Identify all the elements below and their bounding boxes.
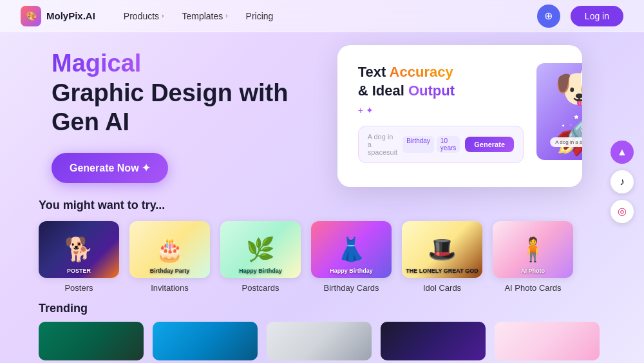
tiktok-button[interactable]: ♪ [611, 170, 634, 193]
birthday-card-image: 👗 Happy Birthday [311, 221, 392, 278]
chevron-icon: › [225, 12, 227, 19]
logo-text: MolyPix.AI [46, 10, 95, 21]
logo[interactable]: 🎨 MolyPix.AI [21, 6, 95, 26]
birthday-label: Birthday Cards [324, 283, 379, 293]
navbar: 🎨 MolyPix.AI Products › Templates › Pric… [0, 0, 644, 32]
aiphoto-card-image: 🧍 AI Photo [493, 221, 573, 278]
nav-item-pricing[interactable]: Pricing [238, 7, 281, 25]
hero-card-content: Text Accuracy & Ideal Output + ✦ A dog i… [358, 63, 562, 163]
tag-years: 10 years [437, 136, 460, 153]
posters-label: Posters [64, 283, 93, 293]
generate-now-button[interactable]: Generate Now ✦ [52, 153, 168, 183]
right-side-icons: ▲ ♪ ◎ [611, 141, 634, 223]
try-card-posters[interactable]: 🐕 POSTER Posters [39, 221, 119, 293]
postcards-card-image: 🌿 Happy Birthday [220, 221, 301, 278]
hero-right: Text Accuracy & Ideal Output + ✦ A dog i… [314, 45, 605, 187]
prompt-generate-button[interactable]: Generate [465, 137, 514, 152]
prompt-input[interactable]: A dog in a spacesuit [368, 133, 397, 156]
trending-card-3[interactable] [267, 322, 372, 360]
instagram-icon: ◎ [618, 205, 627, 217]
hero-card: Text Accuracy & Ideal Output + ✦ A dog i… [337, 45, 582, 187]
idol-card-image: 🎩 THE LONELY GREAT GOD [402, 221, 482, 278]
nav-pricing-label: Pricing [246, 11, 274, 21]
hero-section: Magical Graphic Design with Gen AI Gener… [0, 32, 644, 193]
invitations-card-image: 🎂 Birthday Party [129, 221, 210, 278]
trending-section: Trending [0, 293, 644, 360]
hero-title-line2: Graphic Design with [52, 79, 288, 108]
try-cards-list: 🐕 POSTER Posters 🎂 Birthday Party Invita… [39, 221, 605, 293]
nav-products-label: Products [124, 11, 159, 21]
headline-part1: Text [358, 64, 390, 80]
prompt-tags: Birthday 10 years [402, 136, 460, 153]
try-card-postcards[interactable]: 🌿 Happy Birthday Postcards [220, 221, 301, 293]
nav-templates-label: Templates [182, 11, 223, 21]
trending-cards-list [39, 322, 605, 360]
try-card-idol[interactable]: 🎩 THE LONELY GREAT GOD Idol Cards [402, 221, 482, 293]
trending-title: Trending [39, 302, 605, 315]
tiktok-icon: ♪ [620, 176, 625, 188]
scroll-up-button[interactable]: ▲ [611, 141, 634, 164]
try-card-birthday[interactable]: 👗 Happy Birthday Birthday Cards [311, 221, 392, 293]
hero-card-image: ASTRO STELLAR 🐶🚀 A dog in a spacesuit [536, 63, 582, 160]
nav-item-products[interactable]: Products › [116, 7, 172, 25]
trending-card-5[interactable] [495, 322, 600, 360]
nav-right: ⊕ Log in [537, 5, 623, 28]
nav-links: Products › Templates › Pricing [116, 7, 537, 25]
hero-magical: Magical [52, 49, 288, 79]
discord-button[interactable]: ⊕ [537, 5, 560, 28]
headline-part2: & Ideal [358, 83, 408, 99]
chevron-up-icon: ▲ [617, 146, 627, 158]
prompt-area: A dog in a spacesuit Birthday 10 years G… [358, 126, 524, 163]
try-section: You might want to try... 🐕 POSTER Poster… [0, 193, 644, 293]
try-section-title: You might want to try... [39, 199, 605, 212]
hero-cta: Generate Now ✦ [52, 153, 288, 183]
headline-accent2: Output [408, 83, 455, 99]
posters-card-image: 🐕 POSTER [39, 221, 119, 278]
trending-card-1[interactable] [39, 322, 144, 360]
idol-label: Idol Cards [423, 283, 461, 293]
login-button[interactable]: Log in [571, 6, 623, 26]
headline-accent1: Accuracy [390, 64, 453, 80]
chevron-icon: › [162, 12, 164, 19]
instagram-button[interactable]: ◎ [611, 200, 634, 223]
trending-card-4[interactable] [381, 322, 486, 360]
prompt-label-badge: A dog in a spacesuit [550, 137, 582, 147]
try-card-aiphoto[interactable]: 🧍 AI Photo AI Photo Cards [493, 221, 573, 293]
aiphoto-label: AI Photo Cards [504, 283, 561, 293]
hero-left: Magical Graphic Design with Gen AI Gener… [52, 49, 288, 183]
trending-card-2[interactable] [153, 322, 258, 360]
logo-icon: 🎨 [21, 6, 41, 26]
hero-title-line3: Gen AI [52, 108, 288, 137]
discord-icon: ⊕ [544, 10, 553, 22]
nav-item-templates[interactable]: Templates › [174, 7, 235, 25]
try-card-invitations[interactable]: 🎂 Birthday Party Invitations [129, 221, 210, 293]
astronaut-badge: ASTRO STELLAR [581, 68, 582, 87]
hero-magical-text: Magical [52, 50, 141, 77]
tag-birthday: Birthday [402, 136, 434, 153]
invitations-label: Invitations [151, 283, 189, 293]
hero-card-headline: Text Accuracy & Ideal Output [358, 63, 524, 100]
postcards-label: Postcards [242, 283, 279, 293]
hero-card-text: Text Accuracy & Ideal Output + ✦ A dog i… [358, 63, 524, 163]
stars-decoration: + ✦ [358, 105, 524, 115]
